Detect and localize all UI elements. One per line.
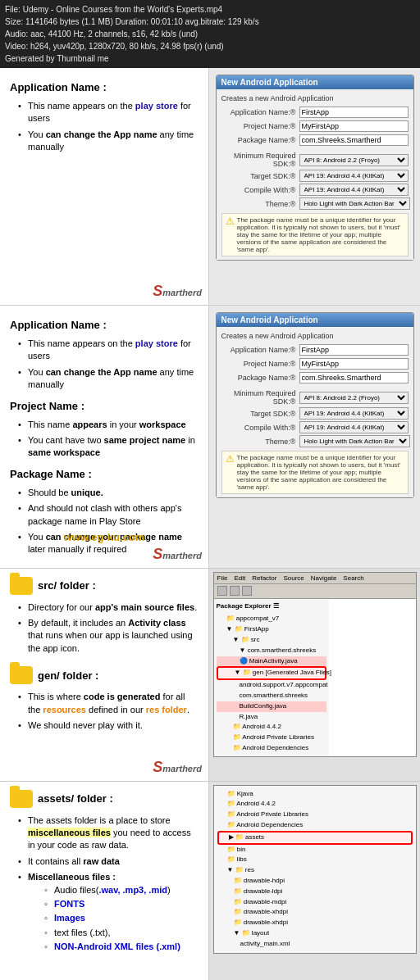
assets-folder-row: assets/ folder : — [10, 790, 199, 808]
field-theme: Theme:® Holo Light with Dark Action Bar — [221, 197, 409, 210]
src-folder-row: src/ folder : — [10, 577, 199, 595]
toolbar-btn-1[interactable] — [217, 586, 227, 596]
package-explorer-title: Package Explorer ☰ — [217, 601, 326, 612]
s2-proj-bullet2: You cant have two same project name in s… — [18, 434, 199, 460]
d2-compilewith: Compile With:® API 19: Android 4.4 (KitK… — [221, 421, 409, 433]
section3-right: File Edit Refactor Source Navigate Searc… — [209, 569, 420, 781]
ide-window-2: 📁 Kjava 📁 Android 4.4.2 📁 Android Privat… — [213, 785, 417, 954]
d2-packagename-input[interactable] — [299, 372, 409, 383]
section1-left: Application Name : This name appears on … — [0, 68, 209, 305]
tree2-libs[interactable]: 📁 libs — [217, 855, 413, 865]
d2-minsdk: Minimum Required SDK:® API 8: Android 2.… — [221, 389, 409, 406]
tree-buildconfig[interactable]: BuildConfig.java — [217, 701, 326, 712]
section4-right: 📁 Kjava 📁 Android 4.4.2 📁 Android Privat… — [209, 782, 420, 980]
toolbar-btn-3[interactable] — [242, 586, 252, 596]
menu-source[interactable]: Source — [283, 574, 304, 582]
d2-appname-label: Application Name:® — [221, 346, 299, 354]
smartherd-logo-3: Smartherd — [153, 759, 202, 776]
gen-bullets: This is where code is generated for all … — [10, 691, 199, 732]
tree-private-libs[interactable]: 📁 Android Private Libraries — [217, 733, 326, 743]
field-theme-select[interactable]: Holo Light with Dark Action Bar — [299, 197, 410, 210]
menu-refactor[interactable]: Refactor — [252, 574, 276, 582]
tree-support[interactable]: android.support.v7.appcompat — [217, 680, 326, 691]
menu-navigate[interactable]: Navigate — [311, 574, 337, 582]
note-text: The package name must be a unique identi… — [237, 216, 404, 253]
tree2-drawable-xxhdpi[interactable]: 📁 drawable-xhdpi — [217, 918, 413, 928]
field-targetsdk-select[interactable]: API 19: Android 4.4 (KitKat) — [299, 170, 409, 182]
d2-field-projectname: Project Name:® — [221, 358, 409, 370]
tree-rjava[interactable]: R.java — [217, 712, 326, 723]
field-appname-input[interactable] — [299, 107, 409, 118]
d2-theme: Theme:® Holo Light with Dark Action Bar — [221, 435, 409, 447]
field-minsdk: Minimum Required SDK:® API 8: Android 2.… — [221, 152, 409, 168]
tree2-private-libs[interactable]: 📁 Android Private Libraries — [217, 810, 413, 820]
section3-logo: Smartherd — [153, 759, 202, 776]
field-projectname-label: Project Name:® — [221, 122, 299, 130]
menu-edit[interactable]: Edit — [234, 574, 245, 582]
dialog1-body: Creates a new Android Application Applic… — [217, 89, 413, 260]
tree-mainactivity[interactable]: 🔵 MainActivity.java — [217, 656, 326, 667]
gen-folder-title: gen/ folder : — [38, 669, 98, 682]
field-packagename: Package Name:® — [221, 134, 409, 146]
tree2-activity-main[interactable]: activity_main.xml — [217, 939, 413, 950]
assets-bullet2: It contains all raw data — [18, 855, 199, 868]
tree2-drawable-xhdpi[interactable]: 📁 drawable-xhdpi — [217, 907, 413, 918]
dialog1: New Android Application Creates a new An… — [216, 75, 414, 261]
ide-window: File Edit Refactor Source Navigate Searc… — [213, 572, 417, 757]
tree-gen[interactable]: ▼ 📁 gen [Generated Java Files] — [217, 666, 326, 680]
tree2-drawable-mdpi[interactable]: 📁 drawable-mdpi — [217, 897, 413, 908]
s2-bullet2: You can change the App name any time man… — [18, 366, 199, 392]
d2-compilewith-select[interactable]: API 19: Android 4.4 (KitKat) — [299, 421, 409, 433]
d2-appname-input[interactable] — [299, 344, 409, 356]
field-packagename-input[interactable] — [299, 134, 409, 146]
tree2-assets[interactable]: ▶ 📁 assets — [217, 831, 413, 845]
field-appname-label: Application Name:® — [221, 108, 299, 116]
tree2-drawable-ldpi[interactable]: 📁 drawable-ldpi — [217, 887, 413, 897]
sub-fonts: FONTS — [44, 898, 199, 910]
ide-toolbar — [214, 584, 416, 599]
tree-src[interactable]: ▼ 📁 src — [217, 635, 326, 646]
tree-firstapp[interactable]: ▼ 📁 FirstApp — [217, 624, 326, 635]
section1-title: Application Name : — [10, 81, 199, 93]
tree2-layout[interactable]: ▼ 📁 layout — [217, 928, 413, 939]
s2-pkg-bullet2: And should not clash with others app's p… — [18, 502, 199, 528]
d2-theme-select[interactable]: Holo Light with Dark Action Bar — [299, 435, 410, 447]
toolbar-btn-2[interactable] — [230, 586, 240, 596]
menu-file[interactable]: File — [217, 574, 228, 582]
sub-xml: NON-Android XML files (.xml) — [44, 941, 199, 953]
tree2-kjava[interactable]: 📁 Kjava — [217, 789, 413, 800]
src-bullets: Directory for our app's main source file… — [10, 601, 199, 656]
tree-android442[interactable]: 📁 Android 4.4.2 — [217, 722, 326, 733]
section2-app-bullets: This name appears on the play store for … — [10, 338, 199, 392]
menu-search[interactable]: Search — [343, 574, 363, 582]
sub-audio: Audio files(.wav, .mp3, .mid) — [44, 884, 199, 896]
tree-dependencies[interactable]: 📁 Android Dependencies — [217, 743, 326, 754]
field-compilewith-select[interactable]: API 19: Android 4.4 (KitKat) — [299, 184, 409, 196]
field-targetsdk-label: Target SDK:® — [221, 172, 299, 180]
tree2-drawable-hdpi[interactable]: 📁 drawable-hdpi — [217, 876, 413, 887]
tree-com-smartherd[interactable]: com.smartherd.shreeks — [217, 691, 326, 701]
tree-appcompat[interactable]: 📁 appcompat_v7 — [217, 614, 326, 624]
tree-com-shreeks[interactable]: ▼ com.smartherd.shreeks — [217, 646, 326, 656]
tree2-res[interactable]: ▼ 📁 res — [217, 865, 413, 876]
section3-left: src/ folder : Directory for our app's ma… — [0, 569, 209, 781]
d2-projectname-input[interactable] — [299, 358, 409, 370]
tree2-bin[interactable]: 📁 bin — [217, 845, 413, 855]
ide-tree-2: 📁 Kjava 📁 Android 4.4.2 📁 Android Privat… — [214, 786, 416, 953]
tree2-dependencies[interactable]: 📁 Android Dependencies — [217, 820, 413, 831]
section4-left: assets/ folder : The assets folder is a … — [0, 782, 209, 980]
d2-minsdk-select[interactable]: API 8: Android 2.2 (Froyo) — [299, 392, 409, 404]
dialog1-subtitle: Creates a new Android Application — [221, 94, 409, 102]
field-minsdk-select[interactable]: API 8: Android 2.2 (Froyo) — [299, 154, 409, 166]
note-icon-2: ⚠ — [226, 454, 235, 491]
bullet1-pre: This name appears on the — [28, 101, 135, 111]
tree2-android442[interactable]: 📁 Android 4.4.2 — [217, 799, 413, 810]
section2-package-title: Package Name : — [10, 468, 199, 480]
smartherd-logo-1: Smartherd — [153, 283, 202, 300]
bullet1-bold: play store — [135, 101, 178, 111]
field-projectname-input[interactable] — [299, 120, 409, 132]
d2-targetsdk-select[interactable]: API 19: Android 4.4 (KitKat) — [299, 407, 409, 420]
field-packagename-label: Package Name:® — [221, 136, 299, 144]
assets-folder-icon — [10, 790, 33, 808]
src-folder-title: src/ folder : — [38, 579, 96, 592]
